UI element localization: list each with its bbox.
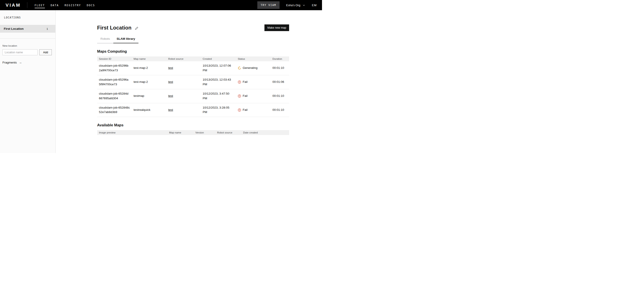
org-name: Esha's Org	[286, 3, 300, 7]
robot-source-link[interactable]: test	[168, 80, 173, 83]
robot-source-link[interactable]: test	[168, 94, 173, 97]
available-maps-heading: Available Maps	[97, 123, 289, 127]
fragments-label: Fragments	[2, 61, 17, 64]
map-name-cell: test-map-2	[132, 61, 166, 75]
robot-source-cell: test	[166, 103, 201, 117]
column-header-duration: Duration	[271, 56, 289, 61]
empty-table-body	[97, 135, 289, 153]
fail-alert-icon	[238, 108, 241, 112]
table-row: cloudslam-job-65296b2a9f4700ce73 test-ma…	[97, 61, 289, 75]
status-label: Generating	[243, 66, 258, 70]
fail-alert-icon	[238, 80, 241, 84]
created-cell: 10/13/2023, 12:03:43 PM	[201, 75, 236, 89]
add-location-button[interactable]: Add	[39, 49, 52, 55]
duration-cell: 00:01:06	[271, 75, 289, 89]
created-cell: 10/12/2023, 3:47:50 PM	[201, 89, 236, 103]
nav-item-registry[interactable]: REGISTRY	[65, 2, 81, 8]
robot-source-link[interactable]: test	[168, 108, 173, 111]
location-name-input[interactable]	[2, 49, 38, 55]
status-label: Fail	[243, 108, 248, 112]
column-header-robot-source: Robot source	[215, 130, 241, 135]
fragments-link[interactable]: Fragments →	[2, 61, 53, 64]
location-robot-count: 1	[47, 27, 48, 30]
primary-nav: FLEET DATA REGISTRY DOCS	[35, 2, 95, 8]
column-header-map-name: Map name	[132, 56, 166, 61]
column-header-status: Status	[236, 56, 271, 61]
maps-computing-table: Session ID Map name Robot source Created…	[97, 56, 289, 117]
duration-cell: 00:01:10	[271, 89, 289, 103]
tab-slam-library[interactable]: SLAM library	[113, 37, 138, 43]
locations-heading: LOCATIONS	[0, 10, 55, 19]
nav-item-data[interactable]: DATA	[51, 2, 59, 8]
main-content: First Location Make new map Robots SLAM …	[56, 10, 322, 153]
maps-computing-heading: Maps Computing	[97, 49, 289, 53]
session-id-cell: cloudslam-job-65296a5f9f4700ce73	[97, 75, 132, 89]
locations-sidebar: LOCATIONS First Location 1 New location …	[0, 10, 56, 153]
robot-source-cell: test	[166, 89, 201, 103]
session-id-cell: cloudslam-job-65296b2a9f4700ce73	[97, 61, 132, 75]
tab-robots[interactable]: Robots	[97, 37, 113, 43]
try-viam-button[interactable]: TRY VIAM	[257, 1, 280, 9]
edit-location-name-icon[interactable]	[135, 26, 138, 30]
viam-logo[interactable]: VIAM	[6, 2, 21, 8]
map-name-cell: testmap	[132, 89, 166, 103]
sidebar-item-first-location[interactable]: First Location 1	[0, 25, 55, 33]
available-maps-table: Image preview Map name Version Robot sou…	[97, 130, 289, 153]
status-cell: Fail	[236, 103, 271, 117]
new-location-label: New location	[2, 44, 17, 47]
created-cell: 10/12/2023, 3:28:05 PM	[201, 103, 236, 117]
nav-divider	[27, 2, 27, 8]
column-header-date-created: Date created	[241, 130, 289, 135]
duration-cell: 00:01:10	[271, 103, 289, 117]
location-tabs: Robots SLAM library	[97, 37, 138, 43]
table-row: cloudslam-job-65284d667695afd304 testmap…	[97, 89, 289, 103]
nav-item-fleet[interactable]: FLEET	[35, 2, 45, 8]
session-id-cell: cloudslam-job-652848c52e7ab8d3b9	[97, 103, 132, 117]
status-cell: Generating	[236, 61, 271, 75]
table-row: cloudslam-job-65296a5f9f4700ce73 test-ma…	[97, 75, 289, 89]
map-name-cell: test-map-2	[132, 75, 166, 89]
page-title: First Location	[97, 25, 132, 31]
column-header-image-preview: Image preview	[97, 130, 167, 135]
make-new-map-button[interactable]: Make new map	[264, 24, 289, 31]
table-header-row: Image preview Map name Version Robot sou…	[97, 130, 289, 135]
map-name-cell: testrealquick	[132, 103, 166, 117]
created-cell: 10/13/2023, 12:07:06 PM	[201, 61, 236, 75]
arrow-right-icon: →	[19, 61, 22, 64]
column-header-robot-source: Robot source	[166, 56, 201, 61]
robot-source-link[interactable]: test	[168, 66, 173, 69]
column-header-version: Version	[194, 130, 215, 135]
nav-item-docs[interactable]: DOCS	[87, 2, 95, 8]
column-header-map-name: Map name	[167, 130, 194, 135]
duration-cell: 00:01:10	[271, 61, 289, 75]
robot-source-cell: test	[166, 75, 201, 89]
new-location-section: New location Add Fragments →	[0, 39, 55, 64]
location-name: First Location	[4, 27, 24, 30]
column-header-session-id: Session ID	[97, 56, 132, 61]
chevron-down-icon	[302, 4, 305, 7]
status-label: Fail	[243, 80, 248, 84]
status-label: Fail	[243, 94, 248, 98]
fail-alert-icon	[238, 94, 241, 98]
generating-spinner-icon	[238, 66, 241, 70]
table-row: cloudslam-job-652848c52e7ab8d3b9 testrea…	[97, 103, 289, 117]
user-menu[interactable]: EM	[312, 3, 317, 7]
org-switcher[interactable]: Esha's Org	[286, 3, 305, 7]
table-header-row: Session ID Map name Robot source Created…	[97, 56, 289, 61]
session-id-cell: cloudslam-job-65284d667695afd304	[97, 89, 132, 103]
status-cell: Fail	[236, 75, 271, 89]
robot-source-cell: test	[166, 61, 201, 75]
top-navbar: VIAM FLEET DATA REGISTRY DOCS TRY VIAM E…	[0, 0, 322, 10]
status-cell: Fail	[236, 89, 271, 103]
column-header-created: Created	[201, 56, 236, 61]
